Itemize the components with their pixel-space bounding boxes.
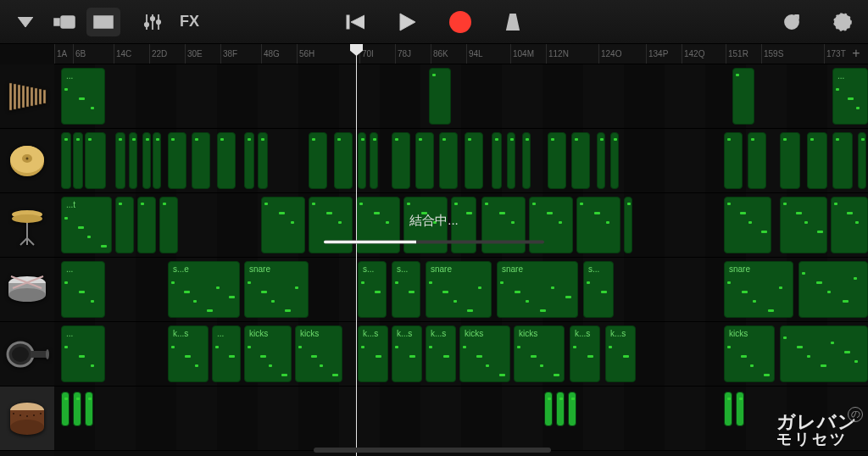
track-header-snare[interactable] xyxy=(0,258,54,322)
track-header-marimba[interactable] xyxy=(0,64,54,129)
midi-region[interactable]: kicks xyxy=(459,325,510,382)
midi-region[interactable] xyxy=(724,197,771,253)
midi-region[interactable] xyxy=(544,392,553,426)
midi-region[interactable] xyxy=(624,197,632,253)
midi-region[interactable]: kicks xyxy=(724,325,775,382)
midi-region[interactable] xyxy=(807,132,827,189)
midi-region[interactable] xyxy=(465,132,483,189)
track-lane-cymbal[interactable] xyxy=(54,129,868,193)
midi-region[interactable]: snare xyxy=(426,261,492,318)
midi-region[interactable] xyxy=(258,132,268,189)
midi-region[interactable] xyxy=(522,132,531,189)
midi-region[interactable] xyxy=(429,68,451,125)
midi-region[interactable]: kicks xyxy=(295,325,342,382)
midi-region[interactable]: k...s xyxy=(392,325,422,382)
fx-button[interactable]: FX xyxy=(175,8,204,36)
midi-region[interactable] xyxy=(439,132,458,189)
midi-region[interactable]: k...s xyxy=(570,325,600,382)
midi-region[interactable]: k...s xyxy=(426,325,456,382)
midi-region[interactable] xyxy=(85,132,106,189)
midi-region[interactable] xyxy=(556,392,565,426)
midi-region[interactable] xyxy=(724,392,732,426)
midi-region[interactable]: snare xyxy=(724,261,793,318)
midi-region[interactable] xyxy=(334,132,353,189)
midi-region[interactable] xyxy=(610,132,619,189)
midi-region[interactable] xyxy=(61,392,70,426)
midi-region[interactable] xyxy=(115,132,125,189)
track-lane-kick[interactable]: ...k...s...kickskicksk...sk...sk...skick… xyxy=(54,322,868,386)
midi-region[interactable] xyxy=(748,132,766,189)
midi-region[interactable] xyxy=(261,197,305,253)
track-header-cymbal[interactable] xyxy=(0,129,54,193)
midi-region[interactable] xyxy=(597,132,605,189)
midi-region[interactable] xyxy=(832,132,853,189)
midi-region[interactable] xyxy=(548,132,566,189)
track-lane-taiko[interactable] xyxy=(54,386,868,451)
midi-region[interactable]: k...s xyxy=(168,325,209,382)
view-tracks-button[interactable] xyxy=(86,8,120,36)
midi-region[interactable] xyxy=(153,132,161,189)
midi-region[interactable] xyxy=(858,132,866,189)
midi-region[interactable]: s... xyxy=(583,261,614,318)
midi-region[interactable] xyxy=(168,132,186,189)
playhead[interactable] xyxy=(356,44,357,456)
rewind-button[interactable] xyxy=(338,8,372,36)
midi-region[interactable] xyxy=(73,392,81,426)
midi-region[interactable]: ...t xyxy=(61,197,112,253)
track-lane-marimba[interactable]: ...... xyxy=(54,64,868,129)
midi-region[interactable] xyxy=(309,132,327,189)
midi-region[interactable] xyxy=(571,132,590,189)
midi-region[interactable]: ... xyxy=(832,68,868,125)
midi-region[interactable] xyxy=(798,261,868,318)
midi-region[interactable] xyxy=(392,132,410,189)
track-lane-snare[interactable]: ...s...esnares...s...snaresnares...snare xyxy=(54,258,868,322)
midi-region[interactable] xyxy=(576,197,620,253)
add-track-button[interactable]: + xyxy=(848,46,865,61)
track-header-taiko[interactable] xyxy=(0,386,54,451)
loop-button[interactable] xyxy=(775,8,809,36)
mixer-button[interactable] xyxy=(136,8,170,36)
midi-region[interactable]: ... xyxy=(212,325,241,382)
midi-region[interactable] xyxy=(85,392,93,426)
midi-region[interactable] xyxy=(137,197,156,253)
midi-region[interactable] xyxy=(724,132,743,189)
midi-region[interactable] xyxy=(415,132,434,189)
midi-region[interactable] xyxy=(780,197,827,253)
midi-region[interactable]: ... xyxy=(61,325,105,382)
midi-region[interactable]: k...s xyxy=(358,325,388,382)
midi-region[interactable] xyxy=(568,392,576,426)
settings-button[interactable] xyxy=(826,8,860,36)
view-blocks-button[interactable] xyxy=(47,8,81,36)
track-header-hihat[interactable] xyxy=(0,193,54,258)
midi-region[interactable]: kicks xyxy=(244,325,292,382)
midi-region[interactable]: kicks xyxy=(514,325,565,382)
midi-region[interactable] xyxy=(736,392,744,426)
track-header-kick[interactable] xyxy=(0,322,54,386)
midi-region[interactable] xyxy=(73,132,83,189)
midi-region[interactable] xyxy=(129,132,137,189)
play-button[interactable] xyxy=(391,8,425,36)
midi-region[interactable] xyxy=(358,132,366,189)
midi-region[interactable] xyxy=(159,197,178,253)
midi-region[interactable] xyxy=(780,325,868,382)
midi-region[interactable]: snare xyxy=(244,261,309,318)
midi-region[interactable]: ... xyxy=(61,68,105,125)
midi-region[interactable] xyxy=(192,132,210,189)
midi-region[interactable] xyxy=(115,197,134,253)
midi-region[interactable] xyxy=(370,132,378,189)
midi-region[interactable]: s... xyxy=(392,261,420,318)
midi-region[interactable] xyxy=(217,132,236,189)
midi-region[interactable]: k...s xyxy=(605,325,636,382)
timeline-ruler[interactable]: 1A6B14C22D30E38F48G56H70I78J86K94L104M11… xyxy=(54,44,868,64)
midi-region[interactable]: s... xyxy=(358,261,387,318)
horizontal-scrollbar[interactable] xyxy=(314,448,551,453)
midi-region[interactable] xyxy=(831,197,868,253)
midi-region[interactable]: snare xyxy=(497,261,578,318)
metronome-button[interactable] xyxy=(496,8,530,36)
midi-region[interactable] xyxy=(780,132,800,189)
midi-region[interactable]: s...e xyxy=(168,261,240,318)
menu-dropdown-button[interactable] xyxy=(8,8,42,36)
midi-region[interactable] xyxy=(244,132,254,189)
midi-region[interactable] xyxy=(142,132,151,189)
midi-region[interactable] xyxy=(732,68,754,125)
